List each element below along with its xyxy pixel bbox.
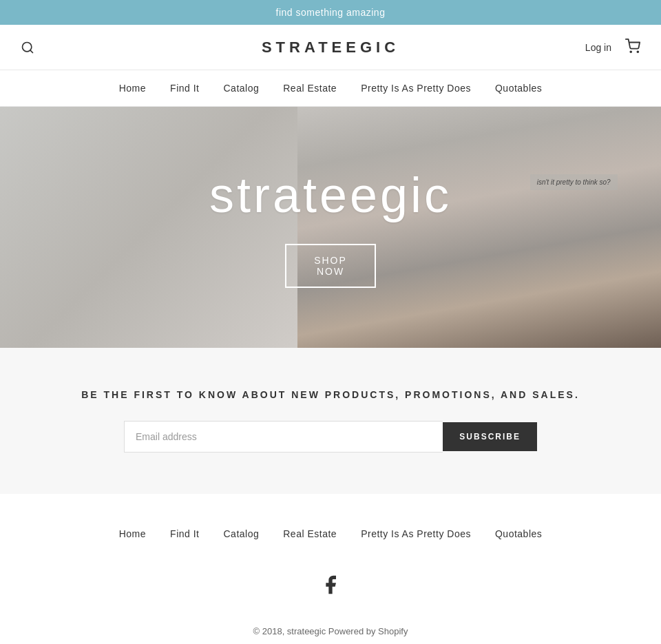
footer-nav-catalog[interactable]: Catalog [223,528,259,539]
nav-item-catalog[interactable]: Catalog [223,83,259,94]
social-section [0,560,661,612]
email-input[interactable] [124,421,443,453]
footer-nav: Home Find It Catalog Real Estate Pretty … [0,494,661,560]
footer-nav-home[interactable]: Home [119,528,146,539]
svg-line-1 [30,50,33,52]
cart-icon [625,39,640,54]
header-right: Log in [585,39,640,56]
nav-item-find-it[interactable]: Find It [170,83,199,94]
footer-bottom: © 2018, strateegic Powered by Shopify [0,612,661,644]
newsletter-title: BE THE FIRST TO KNOW ABOUT NEW PRODUCTS,… [14,389,647,400]
newsletter-form: SUBSCRIBE [124,421,537,453]
nav-item-quotables[interactable]: Quotables [495,83,542,94]
svg-point-2 [630,51,631,52]
footer-nav-find-it[interactable]: Find It [170,528,199,539]
header: STRATEEGIC Log in [0,25,661,70]
main-nav: Home Find It Catalog Real Estate Pretty … [0,70,661,107]
announcement-text: find something amazing [276,7,386,18]
search-icon [21,41,34,54]
footer: Home Find It Catalog Real Estate Pretty … [0,494,661,644]
copyright: © 2018, strateegic [253,626,326,636]
site-logo[interactable]: STRATEEGIC [262,39,399,56]
nav-item-real-estate[interactable]: Real Estate [283,83,337,94]
announcement-bar: find something amazing [0,0,661,25]
footer-nav-pretty[interactable]: Pretty Is As Pretty Does [361,528,471,539]
footer-nav-real-estate[interactable]: Real Estate [283,528,337,539]
powered-by-link[interactable]: Powered by Shopify [328,626,408,636]
svg-point-3 [637,51,638,52]
nav-item-home[interactable]: Home [119,83,146,94]
newsletter-section: BE THE FIRST TO KNOW ABOUT NEW PRODUCTS,… [0,348,661,494]
hero-section: isn't it pretty to think so? strateegic … [0,107,661,348]
login-link[interactable]: Log in [585,42,611,53]
header-left [21,41,34,54]
cart-link[interactable] [625,39,640,56]
nav-item-pretty[interactable]: Pretty Is As Pretty Does [361,83,471,94]
search-button[interactable] [21,41,34,54]
hero-content: strateegic SHOP NOW [209,167,452,288]
facebook-icon [319,574,342,596]
footer-nav-quotables[interactable]: Quotables [495,528,542,539]
subscribe-button[interactable]: SUBSCRIBE [443,422,537,451]
shirt-text: isn't it pretty to think so? [530,174,618,190]
shop-now-button[interactable]: SHOP NOW [285,244,376,288]
facebook-link[interactable] [319,574,342,599]
hero-title: strateegic [209,167,452,223]
